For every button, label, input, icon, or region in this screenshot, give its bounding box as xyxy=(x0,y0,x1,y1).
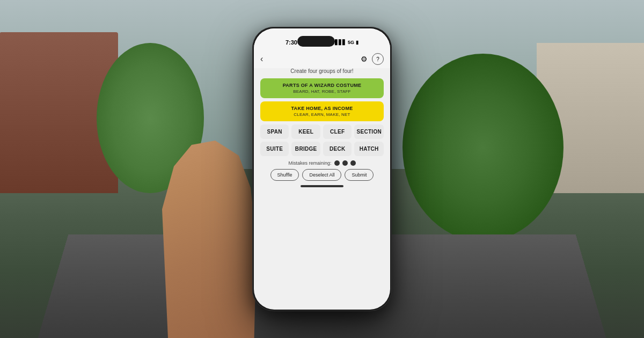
category-title-2: TAKE HOME, AS INCOME xyxy=(267,106,377,111)
instructions-text: Create four groups of four! xyxy=(254,68,390,74)
word-grid: SPAN KEEL CLEF SECTION SUITE BRIDGE DECK… xyxy=(260,124,384,156)
phone-device: 7:30 ▋▋▋ 5G ▮ ‹ ⚙ ? xyxy=(252,27,392,311)
phone-screen: 7:30 ▋▋▋ 5G ▮ ‹ ⚙ ? xyxy=(254,28,390,310)
home-indicator xyxy=(301,185,343,187)
word-tile-clef[interactable]: CLEF xyxy=(323,124,352,139)
category-words-2: CLEAR, EARN, MAKE, NET xyxy=(267,112,377,117)
word-tile-section[interactable]: SECTION xyxy=(354,124,384,139)
category-words-1: BEARD, HAT, ROBE, STAFF xyxy=(267,89,377,94)
submit-button[interactable]: Submit xyxy=(345,169,374,181)
header-icons: ⚙ ? xyxy=(361,53,384,65)
status-bar: 7:30 ▋▋▋ 5G ▮ xyxy=(276,32,368,51)
word-tile-bridge[interactable]: BRIDGE xyxy=(291,142,320,156)
battery-icon: ▮ xyxy=(356,40,358,45)
settings-icon[interactable]: ⚙ xyxy=(361,55,368,63)
category-wizard-costume: PARTS OF A WIZARD COSTUME BEARD, HAT, RO… xyxy=(260,78,384,98)
app-header: ‹ ⚙ ? xyxy=(254,51,390,68)
bg-trees-right xyxy=(402,54,564,241)
category-title-1: PARTS OF A WIZARD COSTUME xyxy=(267,83,377,88)
mistake-dot-2 xyxy=(342,160,348,166)
back-button[interactable]: ‹ xyxy=(260,54,263,64)
status-time: 7:30 xyxy=(286,39,297,46)
deselect-all-button[interactable]: Deselect All xyxy=(302,169,341,181)
phone-wrapper: 7:30 ▋▋▋ 5G ▮ ‹ ⚙ ? xyxy=(252,27,392,311)
status-icons: ▋▋▋ 5G ▮ xyxy=(335,40,358,45)
phone-top-bar: 7:30 ▋▋▋ 5G ▮ xyxy=(254,28,390,51)
signal-icon: ▋▋▋ xyxy=(335,40,346,45)
category-income: TAKE HOME, AS INCOME CLEAR, EARN, MAKE, … xyxy=(260,101,384,121)
network-badge: 5G xyxy=(348,40,354,45)
word-tile-suite[interactable]: SUITE xyxy=(260,142,289,156)
word-tile-deck[interactable]: DECK xyxy=(323,142,352,156)
action-buttons: Shuffle Deselect All Submit xyxy=(260,169,384,181)
mistakes-row: Mistakes remaining: xyxy=(254,160,390,166)
dynamic-island xyxy=(297,36,335,47)
shuffle-button[interactable]: Shuffle xyxy=(270,169,299,181)
help-button[interactable]: ? xyxy=(372,53,384,65)
mistake-dot-1 xyxy=(334,160,340,166)
word-tile-span[interactable]: SPAN xyxy=(260,124,289,139)
question-mark-icon: ? xyxy=(376,56,379,62)
word-tile-hatch[interactable]: HATCH xyxy=(354,142,384,156)
mistakes-label: Mistakes remaining: xyxy=(288,160,331,166)
word-tile-keel[interactable]: KEEL xyxy=(291,124,320,139)
mistake-dot-3 xyxy=(350,160,356,166)
